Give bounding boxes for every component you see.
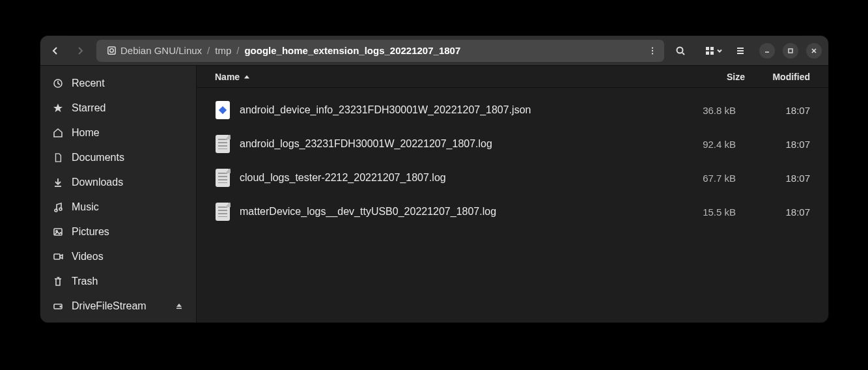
svg-point-3 — [652, 50, 653, 51]
sidebar-item-recent[interactable]: Recent — [40, 71, 196, 96]
svg-point-22 — [55, 209, 57, 212]
column-name-label: Name — [215, 72, 240, 82]
forward-button[interactable] — [69, 40, 91, 62]
breadcrumb-separator: / — [207, 45, 210, 56]
column-modified-label: Modified — [772, 72, 810, 82]
file-size: 15.5 kB — [677, 206, 736, 218]
sidebar-item-label: Downloads — [72, 177, 123, 188]
svg-rect-10 — [710, 51, 714, 55]
file-manager-window: Debian GNU/Linux/tmp/google_home_extensi… — [40, 36, 828, 322]
file-size: 67.7 kB — [677, 173, 736, 184]
svg-point-2 — [652, 47, 653, 48]
grid-icon — [705, 46, 715, 56]
svg-marker-19 — [53, 104, 63, 112]
text-file-icon — [215, 168, 231, 188]
clock-icon — [52, 78, 64, 89]
svg-rect-0 — [108, 47, 115, 54]
svg-point-29 — [60, 306, 61, 307]
drive-icon — [52, 300, 64, 312]
home-icon — [52, 127, 64, 139]
sidebar-item-videos[interactable]: Videos — [40, 244, 196, 269]
sidebar-item-label: Home — [72, 127, 100, 139]
sidebar-item-label: DriveFileStream — [72, 300, 147, 312]
sidebar-item-label: Pictures — [72, 226, 109, 238]
breadcrumb-label: tmp — [215, 45, 231, 56]
eject-button[interactable] — [174, 301, 184, 311]
back-button[interactable] — [44, 40, 66, 62]
sidebar-item-trash[interactable]: Trash — [40, 269, 196, 294]
breadcrumb-segment[interactable]: tmp — [211, 40, 235, 62]
svg-point-5 — [677, 47, 683, 53]
svg-rect-31 — [176, 308, 182, 309]
chevron-right-icon — [75, 46, 85, 56]
sidebar-item-label: Music — [72, 201, 99, 213]
close-button[interactable] — [806, 43, 822, 59]
maximize-button[interactable] — [783, 43, 798, 59]
column-size-label: Size — [727, 72, 745, 82]
svg-marker-32 — [244, 75, 249, 78]
svg-marker-27 — [60, 255, 63, 259]
svg-marker-30 — [176, 304, 182, 307]
column-name[interactable]: Name — [215, 72, 686, 82]
breadcrumb-separator: / — [236, 45, 239, 56]
sidebar-item-pictures[interactable]: Pictures — [40, 220, 196, 244]
file-modified: 18:07 — [745, 105, 810, 116]
trash-icon — [52, 276, 64, 287]
column-size[interactable]: Size — [686, 72, 745, 82]
svg-rect-15 — [789, 49, 792, 53]
sidebar: RecentStarredHomeDocumentsDownloadsMusic… — [40, 66, 197, 322]
music-icon — [52, 201, 64, 213]
headerbar: Debian GNU/Linux/tmp/google_home_extensi… — [40, 36, 828, 66]
download-icon — [52, 177, 64, 188]
minimize-icon — [764, 48, 770, 54]
file-row[interactable]: android_logs_23231FDH30001W_20221207_180… — [197, 127, 828, 161]
document-icon — [52, 152, 64, 164]
file-size: 92.4 kB — [677, 139, 736, 150]
close-icon — [811, 48, 817, 54]
text-file-icon — [215, 134, 231, 154]
svg-marker-33 — [219, 106, 227, 114]
hamburger-menu-button[interactable] — [729, 40, 751, 62]
maximize-icon — [787, 48, 794, 54]
sidebar-item-label: Trash — [72, 276, 98, 287]
chevron-down-icon — [716, 48, 723, 54]
breadcrumb-segment[interactable]: google_home_extension_logs_20221207_1807 — [240, 40, 464, 62]
sidebar-item-drivefilestream[interactable]: DriveFileStream — [40, 294, 196, 319]
breadcrumb[interactable]: Debian GNU/Linux/tmp/google_home_extensi… — [96, 40, 664, 62]
file-name: matterDevice_logs__dev_ttyUSB0_20221207_… — [240, 206, 668, 218]
file-modified: 18:07 — [745, 206, 810, 218]
sort-ascending-icon — [244, 74, 250, 80]
search-icon — [675, 46, 686, 56]
file-list[interactable]: android_device_info_23231FDH30001W_20221… — [197, 88, 828, 322]
file-row[interactable]: android_device_info_23231FDH30001W_20221… — [197, 93, 828, 127]
window-body: RecentStarredHomeDocumentsDownloadsMusic… — [40, 66, 828, 322]
disk-icon — [107, 46, 117, 55]
file-row[interactable]: cloud_logs_tester-2212_20221207_1807.log… — [197, 161, 828, 195]
file-name: android_logs_23231FDH30001W_20221207_180… — [240, 138, 668, 150]
file-size: 36.8 kB — [677, 105, 736, 116]
sidebar-item-label: Documents — [72, 152, 124, 164]
file-modified: 18:07 — [745, 139, 810, 150]
svg-point-1 — [110, 49, 114, 53]
file-name: cloud_logs_tester-2212_20221207_1807.log — [240, 172, 668, 184]
svg-rect-26 — [54, 254, 60, 259]
search-button[interactable] — [669, 40, 692, 62]
view-grid-button[interactable] — [701, 40, 727, 62]
sidebar-item-documents[interactable]: Documents — [40, 145, 196, 170]
file-row[interactable]: matterDevice_logs__dev_ttyUSB0_20221207_… — [197, 195, 828, 229]
minimize-button[interactable] — [759, 43, 775, 59]
breadcrumb-more-button[interactable] — [646, 44, 659, 57]
svg-point-4 — [652, 53, 653, 54]
column-header[interactable]: Name Size Modified — [197, 66, 828, 88]
sidebar-item-music[interactable]: Music — [40, 195, 196, 220]
text-file-icon — [215, 202, 231, 221]
sidebar-item-downloads[interactable]: Downloads — [40, 170, 196, 195]
hamburger-icon — [735, 46, 746, 56]
sidebar-item-starred[interactable]: Starred — [40, 96, 196, 121]
sidebar-item-home[interactable]: Home — [40, 121, 196, 145]
breadcrumb-label: Debian GNU/Linux — [120, 45, 202, 56]
svg-line-6 — [682, 53, 684, 55]
json-file-icon — [215, 100, 231, 120]
column-modified[interactable]: Modified — [745, 72, 810, 82]
breadcrumb-segment[interactable]: Debian GNU/Linux — [103, 40, 206, 62]
